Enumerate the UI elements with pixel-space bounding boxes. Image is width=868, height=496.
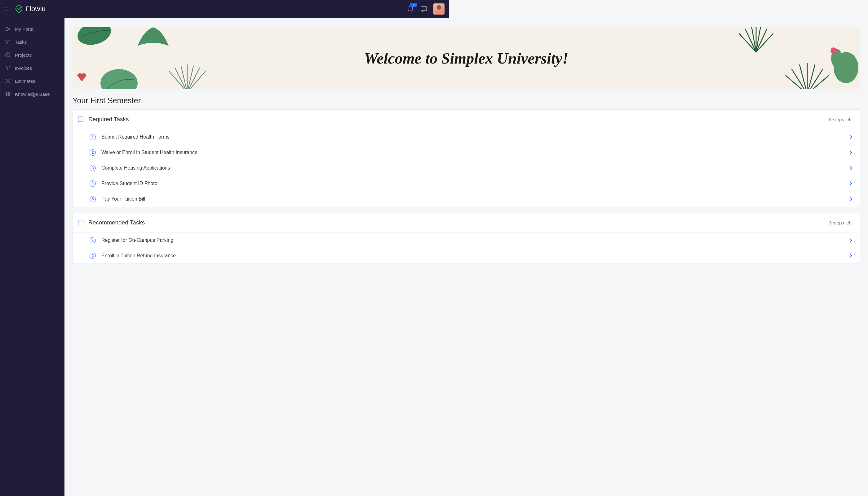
welcome-banner: Welcome to Simplex University! xyxy=(73,27,449,89)
knowledge-base-icon xyxy=(5,91,11,97)
user-avatar[interactable] xyxy=(433,3,445,15)
leaf-decoration-icon xyxy=(97,61,141,89)
sidebar-item-label: My Portal xyxy=(15,26,34,32)
sidebar: My Portal Tasks Projects Invoices Estima… xyxy=(0,18,64,258)
task-label: Provide Student ID Photo xyxy=(102,181,449,186)
svg-rect-13 xyxy=(8,92,10,96)
sidebar-item-estimates[interactable]: Estimates xyxy=(0,74,64,88)
chat-icon[interactable] xyxy=(420,5,427,12)
task-row[interactable]: 4 Provide Student ID Photo xyxy=(73,176,449,191)
tasks-icon xyxy=(5,39,11,45)
task-number-badge: 2 xyxy=(90,253,96,258)
task-row[interactable]: 5 Pay Your Tuition Bill xyxy=(73,191,449,207)
card-title: Recommended Tasks xyxy=(88,219,449,226)
card-header: Recommended Tasks 3 steps left xyxy=(73,213,449,232)
flower-decoration-icon xyxy=(74,71,90,83)
task-row[interactable]: 2 Waive or Enroll in Student Health Insu… xyxy=(73,145,449,160)
sidebar-item-knowledge-base[interactable]: Knowledge Base xyxy=(0,88,64,100)
task-label: Waive or Enroll in Student Health Insura… xyxy=(102,150,449,155)
task-number-badge: 2 xyxy=(90,150,96,156)
sidebar-item-label: Tasks xyxy=(15,40,27,45)
sidebar-item-label: Knowledge Base xyxy=(15,91,50,97)
sidebar-item-my-portal[interactable]: My Portal xyxy=(0,22,64,35)
task-number-badge: 4 xyxy=(90,181,96,187)
task-label: Enroll in Tuition Refund Insurance xyxy=(102,253,449,258)
sidebar-item-projects[interactable]: Projects xyxy=(0,48,64,61)
sidebar-item-label: Estimates xyxy=(15,78,35,84)
estimates-icon xyxy=(5,78,11,84)
notifications-button[interactable]: 59 xyxy=(407,5,414,13)
leaf-decoration-icon xyxy=(76,27,125,58)
svg-rect-12 xyxy=(5,92,7,96)
task-label: Submit Required Health Forms xyxy=(102,134,449,140)
task-label: Pay Your Tuition Bill xyxy=(102,196,449,202)
invoices-icon xyxy=(5,65,11,71)
logo-mark-icon xyxy=(15,5,23,13)
task-row[interactable]: 1 Submit Required Health Forms xyxy=(73,129,449,145)
banner-title: Welcome to Simplex University! xyxy=(364,49,449,67)
svg-point-2 xyxy=(8,28,10,30)
card-header: Required Tasks 5 steps left xyxy=(73,110,449,129)
sidebar-item-tasks[interactable]: Tasks xyxy=(0,35,64,48)
header-left: Flowlu xyxy=(4,5,46,13)
svg-rect-0 xyxy=(421,6,427,11)
projects-icon xyxy=(5,52,11,58)
task-row[interactable]: 3 Complete Housing Applications xyxy=(73,160,449,176)
svg-point-1 xyxy=(6,27,8,29)
main-content: Welcome to Simplex University! Your Firs… xyxy=(64,18,449,258)
task-label: Register for On-Campus Parking xyxy=(102,237,449,243)
sidebar-item-label: Invoices xyxy=(15,65,32,71)
card-title: Required Tasks xyxy=(88,116,449,123)
notification-badge: 59 xyxy=(410,3,417,7)
leaf-decoration-icon xyxy=(135,27,172,52)
section-title: Your First Semester xyxy=(73,96,449,105)
sidebar-item-invoices[interactable]: Invoices xyxy=(0,61,64,74)
task-row[interactable]: 2 Enroll in Tuition Refund Insurance xyxy=(73,248,449,258)
task-number-badge: 3 xyxy=(90,165,96,171)
svg-point-15 xyxy=(100,69,138,89)
task-card-required: Required Tasks 5 steps left 1 Submit Req… xyxy=(73,109,449,207)
task-number-badge: 5 xyxy=(90,196,96,202)
brand-logo[interactable]: Flowlu xyxy=(15,5,46,13)
app-header: Flowlu 59 xyxy=(0,0,449,18)
task-number-badge: 1 xyxy=(90,134,96,140)
task-number-badge: 1 xyxy=(90,237,96,243)
card-checkbox[interactable] xyxy=(78,220,83,226)
task-row[interactable]: 1 Register for On-Campus Parking xyxy=(73,232,449,248)
leaf-decoration-icon xyxy=(159,64,215,89)
brand-name: Flowlu xyxy=(26,5,46,13)
task-label: Complete Housing Applications xyxy=(102,165,449,171)
menu-toggle-icon[interactable] xyxy=(4,7,11,11)
portal-icon xyxy=(5,26,11,32)
card-checkbox[interactable] xyxy=(78,117,83,122)
task-card-recommended: Recommended Tasks 3 steps left 1 Registe… xyxy=(73,213,449,258)
svg-point-4 xyxy=(7,54,9,56)
sidebar-item-label: Projects xyxy=(15,52,32,58)
header-right: 59 xyxy=(407,3,445,15)
